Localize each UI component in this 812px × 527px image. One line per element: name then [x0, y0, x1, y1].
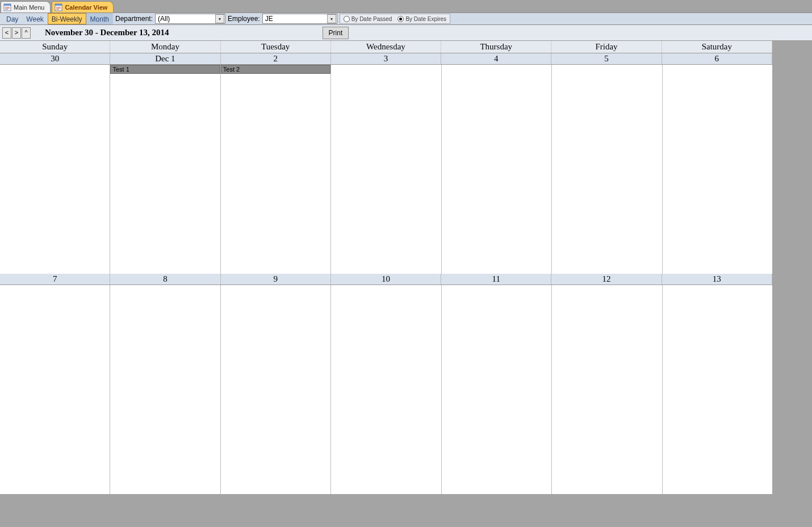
svg-rect-1 [4, 4, 11, 6]
week2-date-row: 7 8 9 10 11 12 13 [0, 274, 772, 285]
week1-date-row: 30 Dec 1 2 3 4 5 6 [0, 53, 772, 65]
day-header: Saturday [662, 41, 772, 53]
department-label: Department: [115, 15, 153, 23]
date-cell[interactable]: 9 [221, 274, 331, 285]
view-month-button[interactable]: Month [86, 13, 113, 24]
day-cell[interactable] [0, 65, 110, 274]
week1-body-row: Test 1 Test 2 [0, 65, 772, 274]
form-icon [55, 3, 62, 11]
print-button[interactable]: Print [323, 27, 349, 39]
date-cell[interactable]: 7 [0, 274, 110, 285]
day-header: Sunday [0, 41, 110, 53]
day-header: Tuesday [221, 41, 331, 53]
date-cell[interactable]: 8 [110, 274, 220, 285]
date-cell[interactable]: 10 [331, 274, 441, 285]
svg-rect-9 [56, 9, 59, 10]
day-cell[interactable] [331, 285, 441, 494]
day-cell[interactable] [0, 285, 110, 494]
radio-circle-icon [344, 16, 350, 22]
date-range-label: November 30 - December 13, 2014 [45, 28, 169, 37]
date-cell[interactable]: Dec 1 [110, 53, 220, 64]
calendar-event[interactable]: Test 1 [110, 65, 220, 74]
day-cell[interactable]: Test 2 [221, 65, 331, 274]
day-cell[interactable] [663, 285, 772, 494]
employee-value: JE [265, 15, 326, 23]
day-cell[interactable] [442, 65, 552, 274]
subheader: < > ^ November 30 - December 13, 2014 Pr… [0, 25, 812, 41]
up-button[interactable]: ^ [22, 27, 31, 39]
date-cell[interactable]: 11 [441, 274, 551, 285]
toolbar: Day Week Bi-Weekly Month Department: (Al… [0, 12, 812, 25]
radio-by-date-expires[interactable]: By Date Expires [397, 16, 446, 22]
tab-main-menu[interactable]: Main Menu [1, 1, 51, 12]
day-header: Friday [551, 41, 662, 53]
radio-by-date-passed[interactable]: By Date Passed [344, 16, 392, 22]
svg-rect-4 [5, 9, 8, 10]
day-cell[interactable]: Test 1 [110, 65, 220, 274]
day-cell[interactable] [442, 285, 552, 494]
department-value: (All) [158, 15, 214, 23]
tab-label: Main Menu [14, 4, 44, 11]
date-cell[interactable]: 4 [441, 53, 551, 64]
svg-rect-7 [56, 7, 61, 7]
tab-label: Calendar View [65, 4, 107, 11]
day-cell[interactable] [110, 285, 220, 494]
date-cell[interactable]: 3 [331, 53, 441, 64]
employee-label: Employee: [228, 15, 260, 23]
svg-rect-2 [5, 7, 10, 7]
day-cell[interactable] [552, 65, 662, 274]
next-button[interactable]: > [12, 27, 21, 39]
calendar-event[interactable]: Test 2 [221, 65, 330, 74]
department-combo[interactable]: (All) ▾ [155, 14, 225, 24]
date-cell[interactable]: 6 [662, 53, 772, 64]
svg-rect-8 [56, 8, 61, 9]
view-day-button[interactable]: Day [2, 13, 22, 24]
date-filter-radio-group: By Date Passed By Date Expires [340, 14, 450, 24]
view-week-button[interactable]: Week [22, 13, 47, 24]
view-biweekly-button[interactable]: Bi-Weekly [48, 13, 86, 24]
day-header-row: Sunday Monday Tuesday Wednesday Thursday… [0, 41, 772, 53]
date-cell[interactable]: 2 [221, 53, 331, 64]
week2-body-row [0, 285, 772, 494]
dropdown-arrow-icon[interactable]: ▾ [215, 14, 224, 23]
calendar-grid: Sunday Monday Tuesday Wednesday Thursday… [0, 41, 772, 494]
radio-label: By Date Passed [351, 16, 392, 22]
date-cell[interactable]: 12 [551, 274, 662, 285]
employee-combo[interactable]: JE ▾ [262, 14, 337, 24]
radio-label: By Date Expires [405, 16, 446, 22]
day-cell[interactable] [221, 285, 331, 494]
svg-rect-3 [5, 8, 10, 9]
prev-button[interactable]: < [2, 27, 11, 39]
radio-dot-icon [399, 18, 402, 20]
dropdown-arrow-icon[interactable]: ▾ [327, 14, 336, 23]
day-cell[interactable] [663, 65, 772, 274]
form-icon [3, 3, 11, 11]
date-cell[interactable]: 30 [0, 53, 110, 64]
tab-calendar-view[interactable]: Calendar View [52, 1, 114, 12]
radio-circle-icon [397, 16, 404, 22]
tab-strip: Main Menu Calendar View [0, 0, 812, 12]
svg-rect-6 [55, 4, 62, 6]
day-header: Thursday [441, 41, 551, 53]
day-header: Monday [110, 41, 220, 53]
date-cell[interactable]: 5 [551, 53, 662, 64]
day-cell[interactable] [552, 285, 662, 494]
day-header: Wednesday [331, 41, 441, 53]
date-cell[interactable]: 13 [662, 274, 772, 285]
day-cell[interactable] [331, 65, 441, 274]
